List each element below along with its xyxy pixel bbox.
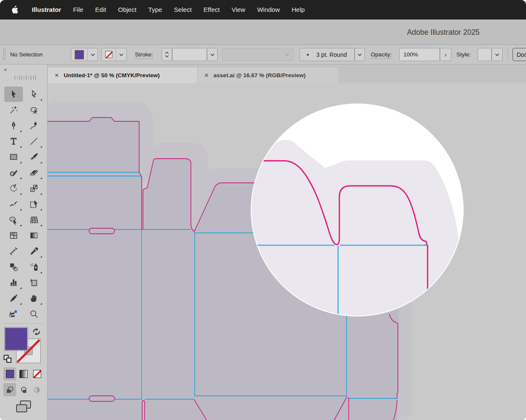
draw-mode-row xyxy=(3,383,44,397)
tool-paintbrush[interactable] xyxy=(25,149,43,165)
swap-fill-stroke-icon[interactable] xyxy=(31,327,42,339)
opacity-label[interactable]: Opacity: xyxy=(371,45,392,64)
tab-untitled-1[interactable]: × Untitled-1* @ 50 % (CMYK/Preview) xyxy=(48,67,197,83)
chevron-up-icon[interactable] xyxy=(165,51,169,54)
chevron-down-icon[interactable] xyxy=(165,55,169,58)
stroke-label[interactable]: Stroke: xyxy=(135,45,153,64)
stroke-weight-stepper[interactable] xyxy=(162,48,172,61)
menu-item-illustrator[interactable]: Illustrator xyxy=(26,0,67,20)
close-icon[interactable]: × xyxy=(204,72,208,79)
controlbar-grip-handle[interactable] xyxy=(3,48,6,61)
tool-curvature-pen[interactable] xyxy=(25,118,43,133)
tool-pen[interactable] xyxy=(4,118,23,133)
fill-swatch[interactable] xyxy=(4,327,28,351)
menu-item-file[interactable]: File xyxy=(67,0,89,20)
tool-lasso[interactable] xyxy=(25,102,43,118)
draw-normal-button[interactable] xyxy=(3,383,16,396)
tab-asset-ai[interactable]: × asset.ai @ 16.67 % (RGB/Preview) xyxy=(197,67,339,83)
illustrator-window: Illustrator File Edit Object Type Select… xyxy=(0,0,526,420)
style-swatch-field[interactable] xyxy=(478,48,492,61)
canvas-artboard[interactable] xyxy=(48,83,526,420)
document-tab-strip: × Untitled-1* @ 50 % (CMYK/Preview) × as… xyxy=(48,64,526,83)
selection-status: No Selection xyxy=(10,45,43,64)
tool-shaper[interactable] xyxy=(4,165,23,180)
menu-item-window[interactable]: Window xyxy=(251,0,285,20)
tool-column-graph[interactable] xyxy=(4,275,23,290)
tool-type[interactable] xyxy=(4,134,23,149)
tool-scale[interactable] xyxy=(25,181,43,196)
tool-hand[interactable] xyxy=(25,291,43,306)
default-fill-stroke-icon[interactable] xyxy=(3,355,12,365)
corner-style-dropdown[interactable]: • 3 pt. Round xyxy=(299,48,355,61)
menu-item-help[interactable]: Help xyxy=(286,0,311,20)
tool-eraser[interactable] xyxy=(25,165,43,180)
tool-rotate[interactable] xyxy=(4,181,23,196)
close-icon[interactable]: × xyxy=(55,72,59,79)
tool-blend[interactable] xyxy=(4,259,23,274)
tool-symbol-sprayer[interactable] xyxy=(25,259,43,274)
tools-panel: « xyxy=(0,64,48,420)
tool-gradient[interactable] xyxy=(25,228,43,243)
chevron-down-icon xyxy=(285,53,290,56)
tool-measure[interactable] xyxy=(4,244,23,259)
fill-color-swatch[interactable] xyxy=(75,50,84,59)
chevron-down-icon xyxy=(495,53,500,56)
tool-direct-selection[interactable] xyxy=(25,87,43,102)
menu-item-view[interactable]: View xyxy=(226,0,251,20)
tool-free-transform[interactable] xyxy=(25,196,43,212)
stroke-weight-input[interactable] xyxy=(172,48,207,61)
tool-artboard[interactable] xyxy=(25,275,43,290)
tool-rectangle[interactable] xyxy=(4,149,23,165)
chevron-down-icon xyxy=(90,53,95,56)
chevron-down-icon xyxy=(210,53,215,56)
menu-bar: Illustrator File Edit Object Type Select… xyxy=(0,0,526,20)
opacity-popup-button[interactable]: › xyxy=(440,48,451,61)
screen-mode-button[interactable] xyxy=(15,400,32,416)
color-mode-row xyxy=(3,367,44,381)
tool-width[interactable] xyxy=(4,196,23,212)
draw-behind-button[interactable] xyxy=(17,383,30,396)
title-bar: Adobe Illustrator 2025 xyxy=(0,20,526,45)
stroke-none-swatch[interactable] xyxy=(105,51,112,58)
document-setup-button[interactable]: Doc xyxy=(512,48,526,61)
panel-grip-handle[interactable] xyxy=(14,76,36,80)
tool-selection[interactable] xyxy=(4,87,23,102)
tool-perspective-grid[interactable] xyxy=(25,212,43,227)
tool-mesh[interactable] xyxy=(4,228,23,243)
panel-divider xyxy=(3,323,43,324)
tool-line-segment[interactable] xyxy=(25,134,43,149)
menu-item-object[interactable]: Object xyxy=(112,0,142,20)
control-bar: No Selection Stroke: • 3 pt. Round xyxy=(0,45,526,64)
stroke-weight-dropdown[interactable] xyxy=(207,48,218,61)
opacity-input[interactable]: 100% xyxy=(399,48,440,61)
style-dropdown[interactable] xyxy=(492,48,503,61)
tool-magic-wand[interactable] xyxy=(4,102,23,118)
chevron-down-icon xyxy=(119,53,124,56)
app-title: Adobe Illustrator 2025 xyxy=(361,20,526,45)
apple-icon[interactable] xyxy=(11,6,18,14)
controlbar-divider xyxy=(508,48,508,61)
corner-style-value: 3 pt. Round xyxy=(309,51,354,58)
menu-item-select[interactable]: Select xyxy=(168,0,198,20)
tab-label: Untitled-1* @ 50 % (CMYK/Preview) xyxy=(64,72,159,78)
tool-shape-builder[interactable] xyxy=(4,212,23,227)
brush-definition-dropdown xyxy=(222,48,294,61)
menu-item-effect[interactable]: Effect xyxy=(198,0,226,20)
none-button[interactable] xyxy=(31,367,43,381)
menu-item-edit[interactable]: Edit xyxy=(89,0,112,20)
collapse-panel-icon[interactable]: « xyxy=(4,66,7,73)
stroke-color-dropdown[interactable] xyxy=(101,48,127,61)
color-button[interactable] xyxy=(3,367,16,381)
gradient-button[interactable] xyxy=(17,367,30,381)
chevron-down-icon xyxy=(357,53,362,56)
tab-label: asset.ai @ 16.67 % (RGB/Preview) xyxy=(213,72,305,78)
menu-item-type[interactable]: Type xyxy=(143,0,168,20)
tool-rotate-view[interactable] xyxy=(4,306,23,322)
tool-pencil[interactable] xyxy=(4,291,23,306)
tool-zoom[interactable] xyxy=(25,306,43,322)
corner-style-chevron[interactable] xyxy=(355,48,365,61)
draw-inside-button xyxy=(31,383,43,396)
style-label: Style: xyxy=(456,45,471,64)
fill-color-dropdown[interactable] xyxy=(71,48,98,61)
tool-eyedropper[interactable] xyxy=(25,244,43,259)
